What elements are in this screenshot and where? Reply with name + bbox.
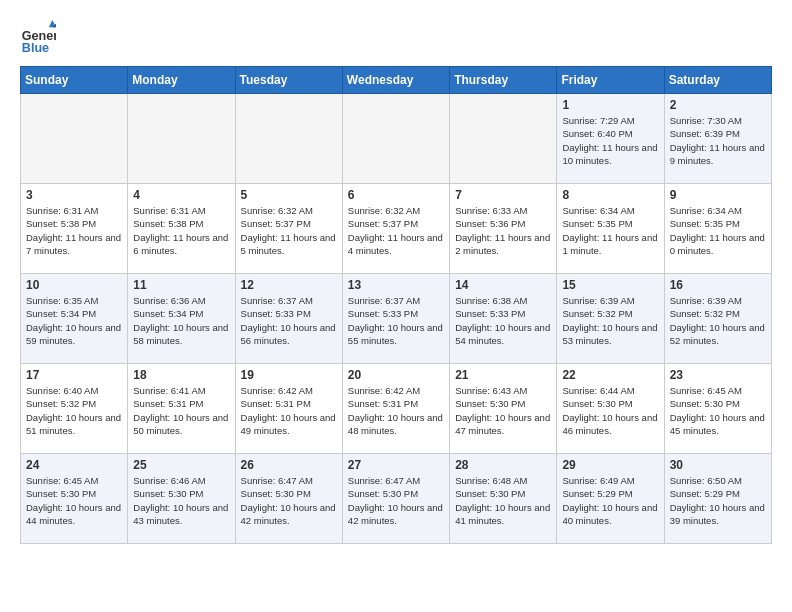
day-number: 20 bbox=[348, 368, 444, 382]
day-info: Sunrise: 6:39 AMSunset: 5:32 PMDaylight:… bbox=[562, 294, 658, 347]
header-sunday: Sunday bbox=[21, 67, 128, 94]
day-info: Sunrise: 6:32 AMSunset: 5:37 PMDaylight:… bbox=[348, 204, 444, 257]
svg-text:Blue: Blue bbox=[22, 41, 49, 55]
logo-icon: General Blue bbox=[20, 20, 56, 56]
day-info: Sunrise: 6:39 AMSunset: 5:32 PMDaylight:… bbox=[670, 294, 766, 347]
day-number: 28 bbox=[455, 458, 551, 472]
calendar-table: SundayMondayTuesdayWednesdayThursdayFrid… bbox=[20, 66, 772, 544]
day-cell: 10Sunrise: 6:35 AMSunset: 5:34 PMDayligh… bbox=[21, 274, 128, 364]
day-info: Sunrise: 6:42 AMSunset: 5:31 PMDaylight:… bbox=[241, 384, 337, 437]
week-row-1: 1Sunrise: 7:29 AMSunset: 6:40 PMDaylight… bbox=[21, 94, 772, 184]
day-number: 29 bbox=[562, 458, 658, 472]
day-cell: 26Sunrise: 6:47 AMSunset: 5:30 PMDayligh… bbox=[235, 454, 342, 544]
day-number: 17 bbox=[26, 368, 122, 382]
day-info: Sunrise: 6:32 AMSunset: 5:37 PMDaylight:… bbox=[241, 204, 337, 257]
day-cell: 24Sunrise: 6:45 AMSunset: 5:30 PMDayligh… bbox=[21, 454, 128, 544]
day-number: 10 bbox=[26, 278, 122, 292]
day-cell: 4Sunrise: 6:31 AMSunset: 5:38 PMDaylight… bbox=[128, 184, 235, 274]
day-cell: 6Sunrise: 6:32 AMSunset: 5:37 PMDaylight… bbox=[342, 184, 449, 274]
day-info: Sunrise: 7:29 AMSunset: 6:40 PMDaylight:… bbox=[562, 114, 658, 167]
day-cell bbox=[128, 94, 235, 184]
day-cell: 20Sunrise: 6:42 AMSunset: 5:31 PMDayligh… bbox=[342, 364, 449, 454]
day-info: Sunrise: 6:34 AMSunset: 5:35 PMDaylight:… bbox=[670, 204, 766, 257]
header-monday: Monday bbox=[128, 67, 235, 94]
day-info: Sunrise: 6:47 AMSunset: 5:30 PMDaylight:… bbox=[241, 474, 337, 527]
day-number: 16 bbox=[670, 278, 766, 292]
logo: General Blue bbox=[20, 20, 60, 56]
day-number: 15 bbox=[562, 278, 658, 292]
day-cell: 30Sunrise: 6:50 AMSunset: 5:29 PMDayligh… bbox=[664, 454, 771, 544]
header-tuesday: Tuesday bbox=[235, 67, 342, 94]
day-info: Sunrise: 6:50 AMSunset: 5:29 PMDaylight:… bbox=[670, 474, 766, 527]
week-row-2: 3Sunrise: 6:31 AMSunset: 5:38 PMDaylight… bbox=[21, 184, 772, 274]
day-info: Sunrise: 6:44 AMSunset: 5:30 PMDaylight:… bbox=[562, 384, 658, 437]
day-info: Sunrise: 6:36 AMSunset: 5:34 PMDaylight:… bbox=[133, 294, 229, 347]
header-friday: Friday bbox=[557, 67, 664, 94]
day-info: Sunrise: 6:45 AMSunset: 5:30 PMDaylight:… bbox=[26, 474, 122, 527]
day-number: 30 bbox=[670, 458, 766, 472]
day-cell: 11Sunrise: 6:36 AMSunset: 5:34 PMDayligh… bbox=[128, 274, 235, 364]
day-info: Sunrise: 6:34 AMSunset: 5:35 PMDaylight:… bbox=[562, 204, 658, 257]
day-cell bbox=[21, 94, 128, 184]
day-cell: 19Sunrise: 6:42 AMSunset: 5:31 PMDayligh… bbox=[235, 364, 342, 454]
day-number: 27 bbox=[348, 458, 444, 472]
day-info: Sunrise: 6:31 AMSunset: 5:38 PMDaylight:… bbox=[26, 204, 122, 257]
day-info: Sunrise: 6:33 AMSunset: 5:36 PMDaylight:… bbox=[455, 204, 551, 257]
page-header: General Blue bbox=[20, 20, 772, 56]
day-cell: 21Sunrise: 6:43 AMSunset: 5:30 PMDayligh… bbox=[450, 364, 557, 454]
day-number: 5 bbox=[241, 188, 337, 202]
day-cell: 5Sunrise: 6:32 AMSunset: 5:37 PMDaylight… bbox=[235, 184, 342, 274]
day-info: Sunrise: 7:30 AMSunset: 6:39 PMDaylight:… bbox=[670, 114, 766, 167]
day-cell: 7Sunrise: 6:33 AMSunset: 5:36 PMDaylight… bbox=[450, 184, 557, 274]
day-number: 24 bbox=[26, 458, 122, 472]
day-cell: 25Sunrise: 6:46 AMSunset: 5:30 PMDayligh… bbox=[128, 454, 235, 544]
day-number: 22 bbox=[562, 368, 658, 382]
day-number: 1 bbox=[562, 98, 658, 112]
week-row-5: 24Sunrise: 6:45 AMSunset: 5:30 PMDayligh… bbox=[21, 454, 772, 544]
day-info: Sunrise: 6:37 AMSunset: 5:33 PMDaylight:… bbox=[241, 294, 337, 347]
day-cell: 14Sunrise: 6:38 AMSunset: 5:33 PMDayligh… bbox=[450, 274, 557, 364]
day-number: 12 bbox=[241, 278, 337, 292]
day-info: Sunrise: 6:35 AMSunset: 5:34 PMDaylight:… bbox=[26, 294, 122, 347]
day-cell bbox=[342, 94, 449, 184]
day-cell: 16Sunrise: 6:39 AMSunset: 5:32 PMDayligh… bbox=[664, 274, 771, 364]
day-cell: 8Sunrise: 6:34 AMSunset: 5:35 PMDaylight… bbox=[557, 184, 664, 274]
day-number: 23 bbox=[670, 368, 766, 382]
day-cell: 17Sunrise: 6:40 AMSunset: 5:32 PMDayligh… bbox=[21, 364, 128, 454]
day-info: Sunrise: 6:46 AMSunset: 5:30 PMDaylight:… bbox=[133, 474, 229, 527]
week-row-3: 10Sunrise: 6:35 AMSunset: 5:34 PMDayligh… bbox=[21, 274, 772, 364]
day-cell: 15Sunrise: 6:39 AMSunset: 5:32 PMDayligh… bbox=[557, 274, 664, 364]
day-cell: 12Sunrise: 6:37 AMSunset: 5:33 PMDayligh… bbox=[235, 274, 342, 364]
day-number: 19 bbox=[241, 368, 337, 382]
day-info: Sunrise: 6:45 AMSunset: 5:30 PMDaylight:… bbox=[670, 384, 766, 437]
day-number: 26 bbox=[241, 458, 337, 472]
day-number: 18 bbox=[133, 368, 229, 382]
day-number: 11 bbox=[133, 278, 229, 292]
week-row-4: 17Sunrise: 6:40 AMSunset: 5:32 PMDayligh… bbox=[21, 364, 772, 454]
day-cell: 22Sunrise: 6:44 AMSunset: 5:30 PMDayligh… bbox=[557, 364, 664, 454]
day-info: Sunrise: 6:38 AMSunset: 5:33 PMDaylight:… bbox=[455, 294, 551, 347]
day-number: 9 bbox=[670, 188, 766, 202]
day-info: Sunrise: 6:48 AMSunset: 5:30 PMDaylight:… bbox=[455, 474, 551, 527]
header-thursday: Thursday bbox=[450, 67, 557, 94]
day-info: Sunrise: 6:43 AMSunset: 5:30 PMDaylight:… bbox=[455, 384, 551, 437]
day-cell bbox=[450, 94, 557, 184]
day-number: 4 bbox=[133, 188, 229, 202]
day-info: Sunrise: 6:37 AMSunset: 5:33 PMDaylight:… bbox=[348, 294, 444, 347]
day-info: Sunrise: 6:40 AMSunset: 5:32 PMDaylight:… bbox=[26, 384, 122, 437]
day-cell: 23Sunrise: 6:45 AMSunset: 5:30 PMDayligh… bbox=[664, 364, 771, 454]
day-info: Sunrise: 6:42 AMSunset: 5:31 PMDaylight:… bbox=[348, 384, 444, 437]
day-cell: 27Sunrise: 6:47 AMSunset: 5:30 PMDayligh… bbox=[342, 454, 449, 544]
day-cell: 1Sunrise: 7:29 AMSunset: 6:40 PMDaylight… bbox=[557, 94, 664, 184]
day-cell: 18Sunrise: 6:41 AMSunset: 5:31 PMDayligh… bbox=[128, 364, 235, 454]
calendar-header-row: SundayMondayTuesdayWednesdayThursdayFrid… bbox=[21, 67, 772, 94]
day-cell: 3Sunrise: 6:31 AMSunset: 5:38 PMDaylight… bbox=[21, 184, 128, 274]
day-number: 25 bbox=[133, 458, 229, 472]
day-number: 14 bbox=[455, 278, 551, 292]
day-cell: 29Sunrise: 6:49 AMSunset: 5:29 PMDayligh… bbox=[557, 454, 664, 544]
day-cell: 28Sunrise: 6:48 AMSunset: 5:30 PMDayligh… bbox=[450, 454, 557, 544]
day-info: Sunrise: 6:41 AMSunset: 5:31 PMDaylight:… bbox=[133, 384, 229, 437]
day-info: Sunrise: 6:49 AMSunset: 5:29 PMDaylight:… bbox=[562, 474, 658, 527]
day-cell: 9Sunrise: 6:34 AMSunset: 5:35 PMDaylight… bbox=[664, 184, 771, 274]
day-cell: 2Sunrise: 7:30 AMSunset: 6:39 PMDaylight… bbox=[664, 94, 771, 184]
